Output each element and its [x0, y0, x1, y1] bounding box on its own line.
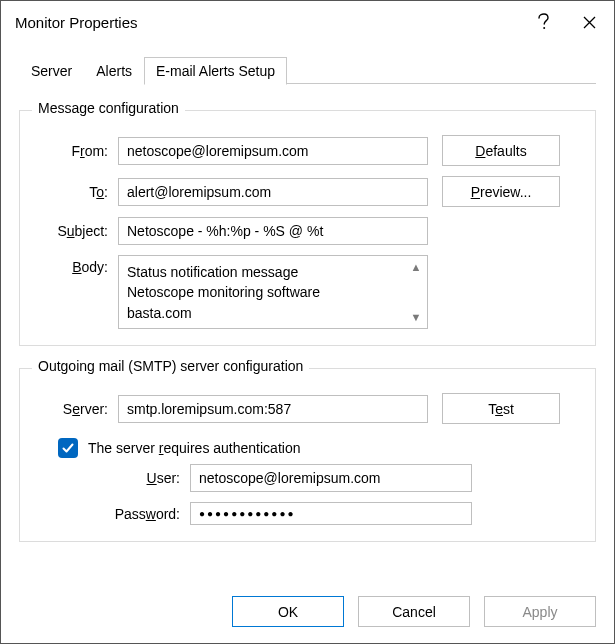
auth-checkbox-label[interactable]: The server requires authentication	[88, 440, 300, 456]
tab-alerts[interactable]: Alerts	[84, 57, 144, 84]
user-input[interactable]	[190, 464, 472, 492]
server-label: Server:	[36, 401, 118, 417]
tab-panel: Message configuration From: Defaults To:…	[1, 84, 614, 586]
ok-button[interactable]: OK	[232, 596, 344, 627]
body-textarea[interactable]	[119, 256, 405, 328]
titlebar: Monitor Properties	[1, 1, 614, 43]
to-label: To:	[36, 184, 118, 200]
help-icon	[537, 13, 549, 31]
to-input[interactable]	[118, 178, 428, 206]
close-icon	[583, 16, 596, 29]
scroll-up-icon[interactable]: ▲	[405, 256, 427, 278]
defaults-button[interactable]: Defaults	[442, 135, 560, 166]
cancel-button[interactable]: Cancel	[358, 596, 470, 627]
preview-button[interactable]: Preview...	[442, 176, 560, 207]
scroll-down-icon[interactable]: ▼	[405, 306, 427, 328]
smtp-config-group: Outgoing mail (SMTP) server configuratio…	[19, 368, 596, 542]
dialog-window: Monitor Properties Server Alerts E-mail …	[0, 0, 615, 644]
body-scrollbar[interactable]: ▲ ▼	[405, 256, 427, 328]
subject-label: Subject:	[36, 223, 118, 239]
smtp-config-title: Outgoing mail (SMTP) server configuratio…	[32, 358, 309, 374]
server-input[interactable]	[118, 395, 428, 423]
body-label: Body:	[36, 255, 118, 275]
subject-input[interactable]	[118, 217, 428, 245]
tabstrip: Server Alerts E-mail Alerts Setup	[1, 43, 614, 84]
check-icon	[61, 441, 75, 455]
message-config-group: Message configuration From: Defaults To:…	[19, 110, 596, 346]
help-button[interactable]	[520, 2, 566, 42]
message-config-title: Message configuration	[32, 100, 185, 116]
password-input[interactable]	[190, 502, 472, 525]
test-button[interactable]: Test	[442, 393, 560, 424]
apply-button: Apply	[484, 596, 596, 627]
tab-server[interactable]: Server	[19, 57, 84, 84]
window-title: Monitor Properties	[15, 14, 520, 31]
password-label: Password:	[58, 506, 190, 522]
from-input[interactable]	[118, 137, 428, 165]
svg-point-0	[543, 27, 545, 29]
dialog-buttons: OK Cancel Apply	[1, 586, 614, 643]
tab-email-alerts-setup[interactable]: E-mail Alerts Setup	[144, 57, 287, 85]
close-button[interactable]	[566, 2, 612, 42]
from-label: From:	[36, 143, 118, 159]
auth-checkbox[interactable]	[58, 438, 78, 458]
user-label: User:	[58, 470, 190, 486]
